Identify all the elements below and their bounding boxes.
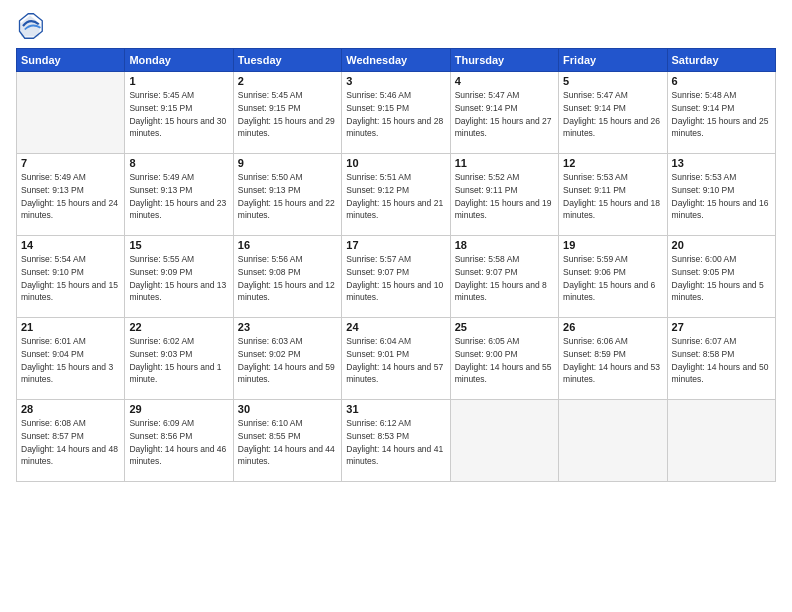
day-number: 16 xyxy=(238,239,337,251)
weekday-header-sunday: Sunday xyxy=(17,49,125,72)
day-cell: 15Sunrise: 5:55 AMSunset: 9:09 PMDayligh… xyxy=(125,236,233,318)
day-cell: 30Sunrise: 6:10 AMSunset: 8:55 PMDayligh… xyxy=(233,400,341,482)
day-info: Sunrise: 5:48 AMSunset: 9:14 PMDaylight:… xyxy=(672,89,771,140)
day-info: Sunrise: 6:00 AMSunset: 9:05 PMDaylight:… xyxy=(672,253,771,304)
day-info: Sunrise: 6:09 AMSunset: 8:56 PMDaylight:… xyxy=(129,417,228,468)
day-cell: 8Sunrise: 5:49 AMSunset: 9:13 PMDaylight… xyxy=(125,154,233,236)
weekday-header-friday: Friday xyxy=(559,49,667,72)
day-number: 22 xyxy=(129,321,228,333)
day-info: Sunrise: 6:04 AMSunset: 9:01 PMDaylight:… xyxy=(346,335,445,386)
day-cell: 10Sunrise: 5:51 AMSunset: 9:12 PMDayligh… xyxy=(342,154,450,236)
day-number: 8 xyxy=(129,157,228,169)
day-cell: 27Sunrise: 6:07 AMSunset: 8:58 PMDayligh… xyxy=(667,318,775,400)
header xyxy=(16,12,776,40)
day-number: 17 xyxy=(346,239,445,251)
weekday-header-thursday: Thursday xyxy=(450,49,558,72)
weekday-header-wednesday: Wednesday xyxy=(342,49,450,72)
day-number: 30 xyxy=(238,403,337,415)
day-cell: 21Sunrise: 6:01 AMSunset: 9:04 PMDayligh… xyxy=(17,318,125,400)
day-info: Sunrise: 5:50 AMSunset: 9:13 PMDaylight:… xyxy=(238,171,337,222)
day-info: Sunrise: 6:07 AMSunset: 8:58 PMDaylight:… xyxy=(672,335,771,386)
day-number: 12 xyxy=(563,157,662,169)
day-info: Sunrise: 6:01 AMSunset: 9:04 PMDaylight:… xyxy=(21,335,120,386)
day-cell: 25Sunrise: 6:05 AMSunset: 9:00 PMDayligh… xyxy=(450,318,558,400)
day-cell xyxy=(17,72,125,154)
day-info: Sunrise: 5:49 AMSunset: 9:13 PMDaylight:… xyxy=(21,171,120,222)
week-row-2: 7Sunrise: 5:49 AMSunset: 9:13 PMDaylight… xyxy=(17,154,776,236)
day-number: 20 xyxy=(672,239,771,251)
day-number: 28 xyxy=(21,403,120,415)
day-cell: 2Sunrise: 5:45 AMSunset: 9:15 PMDaylight… xyxy=(233,72,341,154)
day-info: Sunrise: 6:06 AMSunset: 8:59 PMDaylight:… xyxy=(563,335,662,386)
day-number: 14 xyxy=(21,239,120,251)
day-cell: 23Sunrise: 6:03 AMSunset: 9:02 PMDayligh… xyxy=(233,318,341,400)
day-info: Sunrise: 6:02 AMSunset: 9:03 PMDaylight:… xyxy=(129,335,228,386)
day-cell: 1Sunrise: 5:45 AMSunset: 9:15 PMDaylight… xyxy=(125,72,233,154)
day-number: 26 xyxy=(563,321,662,333)
day-info: Sunrise: 6:05 AMSunset: 9:00 PMDaylight:… xyxy=(455,335,554,386)
day-cell: 3Sunrise: 5:46 AMSunset: 9:15 PMDaylight… xyxy=(342,72,450,154)
day-number: 11 xyxy=(455,157,554,169)
weekday-header-row: SundayMondayTuesdayWednesdayThursdayFrid… xyxy=(17,49,776,72)
day-cell xyxy=(450,400,558,482)
day-info: Sunrise: 5:53 AMSunset: 9:11 PMDaylight:… xyxy=(563,171,662,222)
day-number: 18 xyxy=(455,239,554,251)
weekday-header-monday: Monday xyxy=(125,49,233,72)
day-number: 29 xyxy=(129,403,228,415)
weekday-header-tuesday: Tuesday xyxy=(233,49,341,72)
day-cell: 24Sunrise: 6:04 AMSunset: 9:01 PMDayligh… xyxy=(342,318,450,400)
day-cell: 11Sunrise: 5:52 AMSunset: 9:11 PMDayligh… xyxy=(450,154,558,236)
day-info: Sunrise: 5:59 AMSunset: 9:06 PMDaylight:… xyxy=(563,253,662,304)
week-row-4: 21Sunrise: 6:01 AMSunset: 9:04 PMDayligh… xyxy=(17,318,776,400)
day-cell: 31Sunrise: 6:12 AMSunset: 8:53 PMDayligh… xyxy=(342,400,450,482)
day-number: 24 xyxy=(346,321,445,333)
page: SundayMondayTuesdayWednesdayThursdayFrid… xyxy=(0,0,792,612)
day-cell: 26Sunrise: 6:06 AMSunset: 8:59 PMDayligh… xyxy=(559,318,667,400)
day-info: Sunrise: 5:47 AMSunset: 9:14 PMDaylight:… xyxy=(455,89,554,140)
logo xyxy=(16,12,48,40)
day-info: Sunrise: 5:46 AMSunset: 9:15 PMDaylight:… xyxy=(346,89,445,140)
day-info: Sunrise: 6:12 AMSunset: 8:53 PMDaylight:… xyxy=(346,417,445,468)
day-number: 2 xyxy=(238,75,337,87)
week-row-1: 1Sunrise: 5:45 AMSunset: 9:15 PMDaylight… xyxy=(17,72,776,154)
day-number: 3 xyxy=(346,75,445,87)
week-row-5: 28Sunrise: 6:08 AMSunset: 8:57 PMDayligh… xyxy=(17,400,776,482)
day-info: Sunrise: 5:45 AMSunset: 9:15 PMDaylight:… xyxy=(238,89,337,140)
day-cell: 9Sunrise: 5:50 AMSunset: 9:13 PMDaylight… xyxy=(233,154,341,236)
day-info: Sunrise: 5:56 AMSunset: 9:08 PMDaylight:… xyxy=(238,253,337,304)
day-info: Sunrise: 6:03 AMSunset: 9:02 PMDaylight:… xyxy=(238,335,337,386)
day-cell: 28Sunrise: 6:08 AMSunset: 8:57 PMDayligh… xyxy=(17,400,125,482)
day-info: Sunrise: 5:54 AMSunset: 9:10 PMDaylight:… xyxy=(21,253,120,304)
day-cell xyxy=(667,400,775,482)
day-number: 31 xyxy=(346,403,445,415)
day-info: Sunrise: 5:52 AMSunset: 9:11 PMDaylight:… xyxy=(455,171,554,222)
day-cell: 17Sunrise: 5:57 AMSunset: 9:07 PMDayligh… xyxy=(342,236,450,318)
day-number: 7 xyxy=(21,157,120,169)
day-cell: 19Sunrise: 5:59 AMSunset: 9:06 PMDayligh… xyxy=(559,236,667,318)
day-info: Sunrise: 5:58 AMSunset: 9:07 PMDaylight:… xyxy=(455,253,554,304)
day-info: Sunrise: 5:51 AMSunset: 9:12 PMDaylight:… xyxy=(346,171,445,222)
day-number: 1 xyxy=(129,75,228,87)
day-info: Sunrise: 5:57 AMSunset: 9:07 PMDaylight:… xyxy=(346,253,445,304)
day-number: 19 xyxy=(563,239,662,251)
day-number: 9 xyxy=(238,157,337,169)
weekday-header-saturday: Saturday xyxy=(667,49,775,72)
day-number: 10 xyxy=(346,157,445,169)
day-number: 27 xyxy=(672,321,771,333)
calendar-table: SundayMondayTuesdayWednesdayThursdayFrid… xyxy=(16,48,776,482)
logo-icon xyxy=(16,12,44,40)
day-cell: 29Sunrise: 6:09 AMSunset: 8:56 PMDayligh… xyxy=(125,400,233,482)
day-cell: 12Sunrise: 5:53 AMSunset: 9:11 PMDayligh… xyxy=(559,154,667,236)
day-number: 4 xyxy=(455,75,554,87)
day-cell: 18Sunrise: 5:58 AMSunset: 9:07 PMDayligh… xyxy=(450,236,558,318)
day-info: Sunrise: 6:10 AMSunset: 8:55 PMDaylight:… xyxy=(238,417,337,468)
day-cell: 7Sunrise: 5:49 AMSunset: 9:13 PMDaylight… xyxy=(17,154,125,236)
day-info: Sunrise: 5:45 AMSunset: 9:15 PMDaylight:… xyxy=(129,89,228,140)
week-row-3: 14Sunrise: 5:54 AMSunset: 9:10 PMDayligh… xyxy=(17,236,776,318)
day-number: 5 xyxy=(563,75,662,87)
day-cell: 20Sunrise: 6:00 AMSunset: 9:05 PMDayligh… xyxy=(667,236,775,318)
day-number: 21 xyxy=(21,321,120,333)
day-number: 6 xyxy=(672,75,771,87)
day-cell: 5Sunrise: 5:47 AMSunset: 9:14 PMDaylight… xyxy=(559,72,667,154)
day-info: Sunrise: 6:08 AMSunset: 8:57 PMDaylight:… xyxy=(21,417,120,468)
